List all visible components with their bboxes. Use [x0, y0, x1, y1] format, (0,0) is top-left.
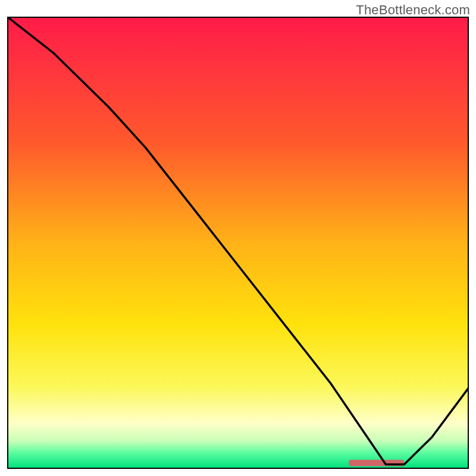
chart-container: { "watermark": "TheBottleneck.com", "col… — [0, 0, 476, 476]
watermark-text: TheBottleneck.com — [356, 2, 470, 18]
bottleneck-chart — [7, 17, 469, 469]
gradient-background — [8, 17, 468, 468]
